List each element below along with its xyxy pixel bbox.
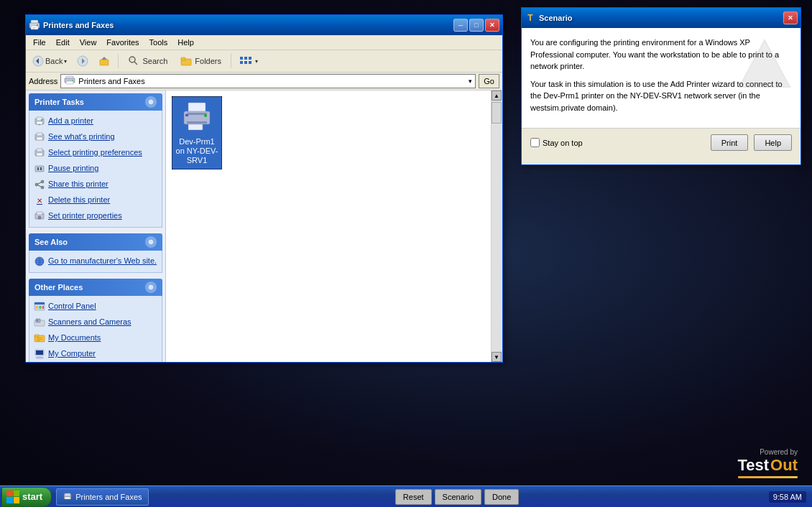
address-label: Address (29, 77, 57, 85)
pause-icon (34, 163, 45, 175)
control-panel-link[interactable]: Control Panel (32, 299, 159, 315)
svg-point-74 (204, 114, 207, 117)
scroll-down-button[interactable]: ▼ (492, 352, 502, 362)
svg-text:+: + (39, 122, 41, 126)
help-button[interactable]: Help (754, 134, 792, 151)
scroll-thumb[interactable] (492, 102, 502, 124)
close-button[interactable]: ✕ (485, 19, 499, 32)
menu-favorites[interactable]: Favorites (102, 37, 143, 48)
svg-point-30 (41, 119, 42, 121)
scenario-window: T Scenario ✕ You are configuring the pri… (521, 7, 801, 165)
up-folder-button[interactable] (95, 52, 114, 70)
share-printer-link[interactable]: Share this printer (32, 177, 159, 192)
other-places-collapse[interactable]: ⊗ (145, 282, 157, 293)
scenario-title: Scenario (539, 14, 783, 22)
search-label: Search (142, 57, 167, 65)
select-printing-prefs-link[interactable]: Select printing preferences (32, 145, 159, 161)
manufacturer-website-link[interactable]: Go to manufacturer's Web site. (32, 254, 159, 269)
taskbar-printers-item[interactable]: Printers and Faxes (56, 488, 148, 506)
address-dropdown-icon[interactable]: ▾ (469, 78, 472, 85)
start-label: start (22, 491, 42, 502)
set-printer-props-link[interactable]: Set printer properties (32, 208, 159, 224)
svg-rect-76 (188, 124, 203, 130)
menu-view[interactable]: View (75, 37, 101, 48)
svg-rect-4 (32, 27, 37, 28)
svg-rect-22 (249, 61, 252, 64)
folders-button[interactable]: Folders (175, 52, 226, 70)
stay-on-top-checkbox[interactable] (530, 138, 540, 147)
see-also-section: See Also ⊗ (29, 233, 162, 273)
scenario-titlebar[interactable]: T Scenario ✕ (522, 8, 801, 28)
printers-titlebar[interactable]: Printers and Faxes ─ □ ✕ (26, 15, 502, 35)
my-documents-icon (34, 332, 45, 344)
view-dropdown-icon[interactable]: ▾ (255, 58, 258, 65)
see-also-collapse[interactable]: ⊗ (145, 236, 157, 248)
reset-button[interactable]: Reset (395, 489, 432, 505)
system-clock: 9:58 AM (769, 491, 806, 503)
menu-help[interactable]: Help (173, 37, 198, 48)
my-computer-label: My Computer (48, 348, 96, 358)
scenario-text-2: Your task in this simulation is to use t… (530, 78, 792, 114)
add-printer-label: Add a printer (48, 116, 93, 126)
delete-printer-link[interactable]: ✕ Delete this printer (32, 192, 159, 208)
back-button[interactable]: Back ▾ (29, 52, 70, 70)
back-icon (32, 55, 44, 67)
my-computer-link[interactable]: My Computer (32, 346, 159, 362)
pause-printing-link[interactable]: Pause printing (32, 161, 159, 177)
svg-rect-80 (65, 493, 70, 496)
search-button[interactable]: Search (123, 52, 172, 70)
manufacturer-label: Go to manufacturer's Web site. (48, 256, 157, 266)
printer-tasks-collapse[interactable]: ⊗ (145, 96, 157, 108)
see-whats-printing-link[interactable]: See what's printing (32, 129, 159, 145)
done-button[interactable]: Done (484, 489, 519, 505)
scenario-icon: T (525, 12, 536, 24)
scenario-window-controls: ✕ (783, 11, 798, 24)
my-computer-icon (34, 348, 45, 360)
svg-line-45 (38, 185, 41, 187)
taskbar-printers-label: Printers and Faxes (75, 493, 142, 501)
taskbar-right: 9:58 AM (769, 491, 812, 503)
minimize-button[interactable]: ─ (453, 19, 468, 32)
svg-rect-39 (37, 167, 39, 170)
printer-svg (180, 100, 214, 134)
svg-rect-38 (35, 166, 44, 172)
maximize-button[interactable]: □ (469, 19, 484, 32)
scanners-cameras-link[interactable]: Scanners and Cameras (32, 315, 159, 330)
address-input[interactable]: Printers and Faxes ▾ (60, 74, 476, 88)
printer-image (180, 100, 214, 134)
scenario-close-button[interactable]: ✕ (783, 11, 798, 24)
svg-rect-36 (37, 149, 42, 152)
printer-tasks-body: + Add a printer (29, 111, 162, 228)
print-button[interactable]: Print (711, 134, 749, 151)
svg-rect-65 (37, 339, 42, 340)
printer-tasks-title: Printer Tasks (34, 98, 84, 106)
add-printer-link[interactable]: + Add a printer (32, 113, 159, 129)
scroll-up-button[interactable]: ▲ (492, 90, 502, 101)
svg-rect-34 (37, 137, 42, 140)
share-label: Share this printer (48, 179, 109, 189)
printer-icon-dev-prm1[interactable]: Dev-Prm1 on NY-DEV-SRV1 (172, 96, 222, 169)
forward-button[interactable] (73, 52, 92, 70)
see-also-body: Go to manufacturer's Web site. (29, 251, 162, 273)
back-dropdown-icon[interactable]: ▾ (64, 58, 67, 65)
svg-point-48 (38, 216, 41, 219)
menu-tools[interactable]: Tools (145, 37, 172, 48)
svg-rect-68 (36, 350, 43, 355)
view-button[interactable]: ▾ (236, 52, 262, 70)
see-also-header[interactable]: See Also ⊗ (29, 233, 162, 251)
other-places-header[interactable]: Other Places ⊗ (29, 279, 162, 296)
share-icon (34, 179, 45, 190)
printer-tasks-header[interactable]: Printer Tasks ⊗ (29, 93, 162, 111)
my-documents-link[interactable]: My Documents (32, 330, 159, 346)
globe-icon (34, 256, 45, 267)
start-button[interactable]: start (1, 487, 52, 507)
scenario-button[interactable]: Scenario (435, 489, 481, 505)
stay-on-top-checkbox-container: Stay on top (530, 138, 705, 147)
testout-out: Out (770, 456, 798, 475)
go-button[interactable]: Go (479, 74, 499, 88)
scrollbar[interactable]: ▲ ▼ (491, 90, 502, 362)
menu-edit[interactable]: Edit (52, 37, 74, 48)
menu-file[interactable]: File (29, 37, 50, 48)
folders-label: Folders (195, 57, 221, 65)
delete-label: Delete this printer (48, 195, 110, 205)
